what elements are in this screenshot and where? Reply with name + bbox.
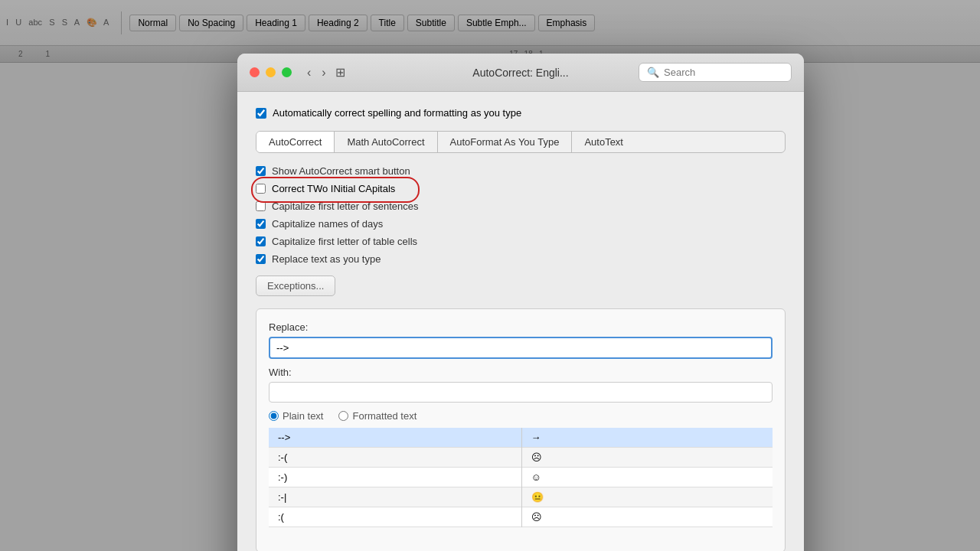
table-row[interactable]: :( ☹: [269, 507, 773, 527]
option-capitalize-sentences: Capitalize first letter of sentences: [256, 201, 786, 212]
tab-autocorrect[interactable]: AutoCorrect: [256, 132, 335, 152]
replace-text-checkbox[interactable]: [256, 254, 266, 264]
table-cell-replace: :-): [269, 468, 521, 487]
capitalize-table-cells-label: Capitalize first letter of table cells: [272, 236, 417, 247]
table-cell-with: ☹: [521, 507, 773, 527]
capitalize-sentences-checkbox[interactable]: [256, 201, 266, 211]
replace-section: Replace: With: Plain text Formatted text…: [256, 308, 786, 551]
table-cell-with: →: [521, 428, 773, 448]
table-cell-replace: -->: [269, 428, 521, 448]
autocorrect-table: --> → :-( ☹ :-) ☺ :-| 😐 :( ☹: [269, 428, 773, 527]
minimize-button[interactable]: [266, 67, 276, 77]
option-replace-text: Replace text as you type: [256, 253, 786, 265]
correct-two-initials-label: Correct TWo INitial CApitals: [272, 183, 395, 194]
tab-bar: AutoCorrect Math AutoCorrect AutoFormat …: [256, 131, 786, 153]
text-type-group: Plain text Formatted text: [269, 410, 773, 422]
show-smart-button-checkbox[interactable]: [256, 166, 266, 176]
tab-autoformat[interactable]: AutoFormat As You Type: [438, 132, 573, 152]
capitalize-sentences-label: Capitalize first letter of sentences: [272, 201, 418, 212]
plain-text-radio[interactable]: [269, 411, 279, 421]
show-smart-button-label: Show AutoCorrect smart button: [272, 165, 410, 177]
search-input[interactable]: [664, 67, 783, 78]
options-list: Show AutoCorrect smart button Correct TW…: [256, 165, 786, 265]
plain-text-label: Plain text: [283, 410, 323, 422]
option-capitalize-table-cells: Capitalize first letter of table cells: [256, 236, 786, 247]
table-row[interactable]: --> →: [269, 428, 773, 448]
search-icon: 🔍: [647, 67, 659, 78]
replace-text-label: Replace text as you type: [272, 253, 381, 265]
dialog-content: Automatically correct spelling and forma…: [237, 92, 804, 551]
grid-button[interactable]: ⊞: [335, 65, 345, 80]
table-row[interactable]: :-) ☺: [269, 468, 773, 487]
capitalize-days-checkbox[interactable]: [256, 219, 266, 229]
title-bar: ‹ › ⊞ AutoCorrect: Engli... 🔍: [237, 54, 804, 92]
with-label: With:: [269, 367, 773, 378]
table-cell-replace: :-(: [269, 448, 521, 468]
auto-correct-top-checkbox[interactable]: [256, 108, 266, 119]
option-correct-two-initials: Correct TWo INitial CApitals: [256, 183, 786, 194]
correct-two-initials-checkbox[interactable]: [256, 184, 266, 194]
table-cell-with: 😐: [521, 487, 773, 507]
formatted-text-option: Formatted text: [338, 410, 416, 422]
autocorrect-dialog: ‹ › ⊞ AutoCorrect: Engli... 🔍 Automatica…: [237, 54, 804, 551]
replace-input[interactable]: [269, 337, 773, 359]
search-bar[interactable]: 🔍: [639, 63, 792, 82]
with-input[interactable]: [269, 382, 773, 403]
tab-math-autocorrect[interactable]: Math AutoCorrect: [335, 132, 437, 152]
table-cell-with: ☹: [521, 448, 773, 468]
formatted-text-radio[interactable]: [338, 411, 348, 421]
table-row[interactable]: :-( ☹: [269, 448, 773, 468]
table-cell-replace: :-|: [269, 487, 521, 507]
back-button[interactable]: ‹: [304, 64, 314, 81]
capitalize-days-label: Capitalize names of days: [272, 218, 383, 230]
formatted-text-label: Formatted text: [352, 410, 416, 422]
dialog-title: AutoCorrect: Engli...: [472, 67, 568, 79]
option-capitalize-days: Capitalize names of days: [256, 218, 786, 230]
exceptions-button[interactable]: Exceptions...: [256, 276, 335, 296]
window-controls: [250, 67, 292, 77]
option-show-smart-button: Show AutoCorrect smart button: [256, 165, 786, 177]
nav-buttons: ‹ ›: [304, 64, 329, 81]
forward-button[interactable]: ›: [318, 64, 328, 81]
table-cell-with: ☺: [521, 468, 773, 487]
plain-text-option: Plain text: [269, 410, 323, 422]
table-row[interactable]: :-| 😐: [269, 487, 773, 507]
auto-correct-top-option: Automatically correct spelling and forma…: [256, 107, 786, 119]
close-button[interactable]: [250, 67, 260, 77]
maximize-button[interactable]: [282, 67, 292, 77]
table-cell-replace: :(: [269, 507, 521, 527]
capitalize-table-cells-checkbox[interactable]: [256, 236, 266, 246]
tab-autotext[interactable]: AutoText: [572, 132, 635, 152]
replace-label: Replace:: [269, 321, 773, 333]
auto-correct-top-label: Automatically correct spelling and forma…: [273, 107, 521, 119]
